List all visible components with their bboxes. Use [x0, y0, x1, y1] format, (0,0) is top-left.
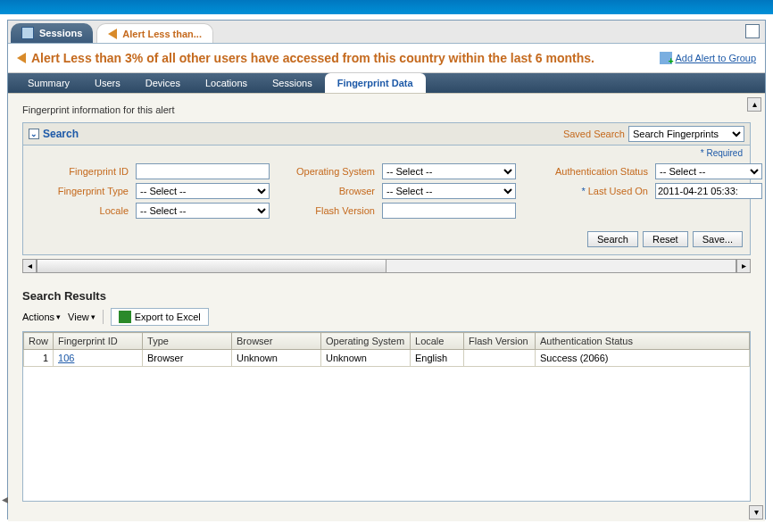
results-grid: Row Fingerprint ID Type Browser Operatin… [22, 331, 751, 502]
scroll-thumb[interactable] [37, 260, 386, 272]
cell-flash [464, 350, 536, 367]
browser-label: Browser [277, 186, 375, 196]
saved-search-label: Saved Search [563, 129, 625, 139]
hint-text: Fingerprint information for this alert [8, 94, 765, 122]
required-hint: * Required [23, 145, 750, 158]
fingerprint-id-label: Fingerprint ID [30, 166, 129, 177]
export-label: Export to Excel [135, 312, 201, 322]
col-os[interactable]: Operating System [321, 333, 411, 350]
panel-tabs: Sessions Alert Less than... [8, 21, 765, 44]
grid-empty-area [23, 367, 750, 501]
last-used-label: Last Used On [523, 186, 648, 196]
sub-tabs: Summary Users Devices Locations Sessions… [8, 73, 765, 93]
content: ▴ Fingerprint information for this alert… [8, 93, 765, 521]
results-toolbar: Actions View Export to Excel [8, 306, 765, 331]
separator [103, 310, 104, 324]
collapse-icon[interactable]: ⌄ [29, 129, 39, 139]
search-title: Search [43, 128, 79, 140]
subtab-users[interactable]: Users [82, 73, 133, 93]
scroll-left-icon[interactable]: ◂ [22, 259, 37, 273]
col-browser[interactable]: Browser [232, 333, 321, 350]
banner-alert-icon [17, 53, 26, 63]
banner-message: Alert Less than 3% of all other users ha… [31, 51, 594, 65]
export-excel-button[interactable]: Export to Excel [111, 308, 209, 326]
os-label: Operating System [277, 166, 375, 177]
subtab-locations[interactable]: Locations [193, 73, 260, 93]
subtab-devices[interactable]: Devices [133, 73, 193, 93]
col-row[interactable]: Row [24, 333, 54, 350]
locale-label: Locale [30, 205, 129, 216]
subtab-fingerprint-data[interactable]: Fingerprint Data [325, 73, 426, 93]
tab-sessions-label: Sessions [39, 28, 82, 38]
alert-banner: Alert Less than 3% of all other users ha… [8, 44, 765, 73]
table-header-row: Row Fingerprint ID Type Browser Operatin… [24, 333, 750, 350]
tab-alert[interactable]: Alert Less than... [96, 23, 213, 43]
scroll-right-icon[interactable]: ▸ [736, 259, 751, 273]
cell-locale: English [411, 350, 464, 367]
cell-os: Unknown [321, 350, 411, 367]
locale-select[interactable]: -- Select -- [136, 203, 270, 219]
excel-icon [119, 311, 131, 323]
add-alert-label: Add Alert to Group [676, 53, 757, 63]
subtab-sessions[interactable]: Sessions [260, 73, 325, 93]
search-button[interactable]: Search [587, 231, 638, 247]
save-button[interactable]: Save... [693, 231, 743, 247]
cell-type: Browser [143, 350, 232, 367]
cell-fingerprint-id: 106 [54, 350, 143, 367]
results-title: Search Results [8, 273, 765, 306]
maximize-icon[interactable] [745, 24, 760, 38]
saved-search-select[interactable]: Search Fingerprints [628, 126, 744, 142]
group-add-icon [660, 52, 672, 64]
alert-icon [108, 29, 117, 39]
table-row[interactable]: 1 106 Browser Unknown Unknown English Su… [24, 350, 750, 367]
tab-alert-label: Alert Less than... [122, 29, 202, 39]
add-alert-to-group-button[interactable]: Add Alert to Group [660, 52, 757, 64]
col-type[interactable]: Type [143, 333, 232, 350]
cell-browser: Unknown [232, 350, 321, 367]
cell-row: 1 [24, 350, 54, 367]
subtab-summary[interactable]: Summary [15, 73, 82, 93]
os-select[interactable]: -- Select -- [382, 163, 516, 179]
auth-status-label: Authentication Status [523, 166, 648, 177]
browser-select[interactable]: -- Select -- [382, 183, 516, 199]
fingerprint-type-label: Fingerprint Type [30, 186, 129, 196]
sessions-icon [21, 27, 34, 39]
actions-menu[interactable]: Actions [22, 312, 61, 322]
view-menu[interactable]: View [68, 312, 96, 322]
reset-button[interactable]: Reset [643, 231, 688, 247]
scroll-down-button[interactable]: ▾ [749, 505, 763, 520]
last-used-input[interactable] [655, 183, 762, 199]
fingerprint-type-select[interactable]: -- Select -- [136, 183, 270, 199]
auth-status-select[interactable]: -- Select -- [655, 163, 762, 179]
tab-sessions[interactable]: Sessions [11, 23, 93, 43]
fingerprint-id-input[interactable] [136, 163, 270, 179]
col-flash[interactable]: Flash Version [464, 333, 536, 350]
flash-label: Flash Version [277, 205, 375, 216]
fingerprint-id-link[interactable]: 106 [58, 353, 74, 363]
col-auth-status[interactable]: Authentication Status [536, 333, 750, 350]
col-fingerprint-id[interactable]: Fingerprint ID [54, 333, 143, 350]
search-panel: ⌄ Search Saved Search Search Fingerprint… [22, 122, 751, 255]
cell-auth: Success (2066) [536, 350, 750, 367]
scroll-track[interactable] [37, 259, 736, 273]
scroll-up-button[interactable]: ▴ [747, 97, 761, 112]
col-locale[interactable]: Locale [411, 333, 464, 350]
flash-input[interactable] [382, 203, 516, 219]
horizontal-scrollbar[interactable]: ◂ ▸ [22, 259, 751, 273]
